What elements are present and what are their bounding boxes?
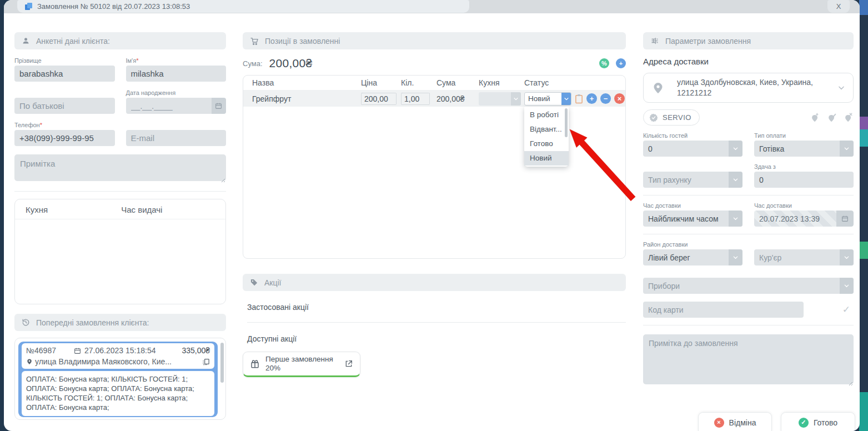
available-promos-label: Доступні акції [247,334,626,343]
cutlery-placeholder: Прибори [643,278,840,294]
add-address-button[interactable] [811,112,820,123]
gift-icon [250,359,260,369]
item-increase-button[interactable]: + [586,93,597,104]
add-item-button[interactable]: + [616,58,626,68]
district-select[interactable]: Лівий берег [643,249,742,265]
badge-check-icon [649,113,658,122]
phone-input[interactable] [14,130,115,146]
divider [643,195,854,196]
col-status: Статус [524,78,616,87]
close-button[interactable]: X [827,0,850,13]
cart-icon [250,37,259,46]
previous-order-number: №46987 [26,346,74,355]
order-params-title: Параметри замовлення [665,37,751,46]
chevron-down-icon [564,96,569,102]
item-qty-input[interactable] [401,93,430,105]
guests-value: 0 [643,141,729,157]
edit-address-button[interactable] [827,112,837,123]
order-note-textarea[interactable] [643,334,854,384]
item-price-input[interactable] [361,93,397,105]
courier-placeholder: Кур'єр [754,249,840,265]
item-kitchen-select[interactable] [479,92,521,106]
cancel-button[interactable]: × Відміна [698,412,772,431]
item-decrease-button[interactable]: − [600,93,611,104]
item-sum: 200,00₴ [436,94,479,103]
previous-order-details: ОПЛАТА: Бонусна карта; КІЛЬКІСТЬ ГОСТЕЙ:… [22,371,214,416]
account-type-select[interactable]: Тип рахунку [643,172,742,188]
discount-button[interactable]: % [599,58,609,68]
payment-type-select[interactable]: Готівка [754,141,854,157]
delivery-time-value: 20.07.2023 13:39 [754,211,836,227]
delivery-time-label: Час доставки [754,202,854,209]
orders-scrollbar[interactable] [220,343,224,383]
copy-order-button[interactable] [202,358,210,366]
order-params-header: Параметри замовлення [643,32,854,49]
promotions-title: Акції [264,278,281,287]
done-icon: ✓ [799,418,809,428]
applied-promos-label: Застосовані акції [247,303,626,323]
lastname-input[interactable] [14,66,115,82]
divider [643,325,854,325]
account-type-placeholder: Тип рахунку [643,172,729,188]
firstname-input[interactable] [126,66,227,82]
pin-icon [651,80,665,96]
delivery-mode-select[interactable]: Найближчим часом [643,211,742,227]
cancel-icon: × [714,418,724,428]
status-option-in-progress[interactable]: В роботі [524,108,569,122]
previous-order-card[interactable]: №46987 27.06.2023 15:18:54 335,00₴ улица… [18,342,218,417]
status-option-shipped[interactable]: Відвант... [524,122,569,137]
payment-type-value: Готівка [754,141,840,157]
divider [14,191,226,192]
order-item-row: Грейпфрут 200,00₴ Новий [243,91,625,107]
order-items-header: Позиції в замовленні [243,32,626,49]
delivery-address-select[interactable]: улица Здолбуновская, Киев, Украина, 1212… [643,73,854,103]
cancel-label: Відміна [729,418,756,427]
calendar-icon [841,215,849,222]
client-note-textarea[interactable] [14,154,226,181]
delete-address-button[interactable] [844,112,854,123]
previous-order-address: улица Владимира Маяковского, Кие... [35,357,172,366]
birthdate-input[interactable] [126,98,212,114]
delivery-time-field: 20.07.2023 13:39 [754,211,854,227]
chevron-down-icon [732,146,739,152]
tag-icon [250,278,258,287]
delivery-address-label: Адреса доставки [643,57,854,66]
promo-open-button[interactable] [344,359,353,368]
col-sum: Сума [436,78,479,87]
item-comment-button[interactable] [575,94,583,104]
courier-select[interactable]: Кур'єр [754,249,854,265]
delivery-mode-value: Найближчим часом [643,211,729,227]
change-from-label: Здача з [754,163,854,170]
chevron-down-icon [732,177,739,183]
previous-order-datetime: 27.06.2023 15:18:54 [84,346,155,355]
promo-card[interactable]: Перше замовлення 20% [243,352,360,377]
cutlery-select[interactable]: Прибори [643,278,854,294]
dropdown-scrollbar[interactable] [565,108,568,137]
delivery-time-calendar-button[interactable] [836,211,854,227]
payment-type-label: Тип оплати [754,132,854,139]
calendar-icon [215,102,222,109]
order-params-column: Параметри замовлення Адреса доставки ули… [643,32,854,387]
card-code-input[interactable] [643,302,804,318]
email-input[interactable] [126,130,227,146]
item-status-value: Новий [525,93,561,105]
status-option-ready[interactable]: Готово [524,137,569,151]
promo-discount: 20% [265,364,280,372]
pin-add-icon [811,112,820,123]
item-delete-button[interactable]: × [614,93,625,104]
modal-content: Анкетні дані клієнта: Прізвище Ім'я* Дат… [4,13,860,431]
chevron-down-icon [837,84,845,92]
middlename-input[interactable] [14,98,115,114]
item-status-select[interactable]: Новий [524,92,571,106]
guests-select[interactable]: 0 [643,141,742,157]
servio-button[interactable]: SERVIO [643,109,700,126]
status-option-new[interactable]: Новий [524,151,569,166]
item-name: Грейпфрут [252,94,361,103]
done-button[interactable]: ✓ Готово [781,412,855,431]
modal-title-bar: Замовлення № 50102 від 20.07.2023 13:08:… [4,0,860,13]
pin-delete-icon [844,112,854,123]
birthdate-calendar-button[interactable] [212,98,226,114]
required-asterisk: * [136,57,138,64]
change-from-input[interactable] [754,172,854,188]
pin-icon [26,358,33,365]
